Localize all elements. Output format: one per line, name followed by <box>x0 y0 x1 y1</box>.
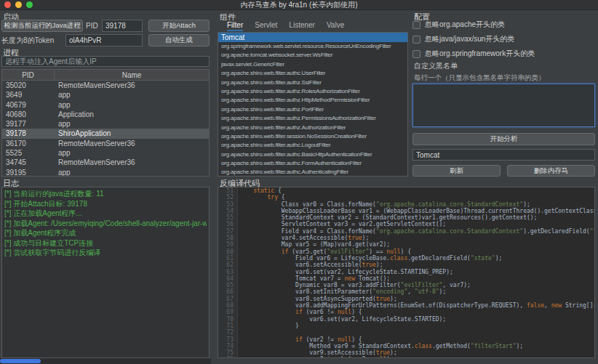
column-header-pid: PID <box>2 70 55 80</box>
line-number: 54 <box>218 208 237 214</box>
table-row[interactable]: 5525app <box>2 148 209 158</box>
table-cell-pid: 34745 <box>2 158 55 167</box>
table-cell-pid: 39177 <box>2 119 55 129</box>
log-horizontal-scrollbar[interactable] <box>0 358 211 364</box>
table-row[interactable]: 40679app <box>2 100 209 110</box>
code-line: 67 var8.setAsyncSupported(true); <box>218 296 594 302</box>
filter-list-item[interactable]: org.apache.shiro.web.filter.authz.SslFil… <box>218 78 407 87</box>
checkbox-row[interactable]: 忽略org.springframework开头的类 <box>412 49 595 58</box>
tab-servlet[interactable]: Servlet <box>255 21 277 31</box>
code-text: var6.set(var2, LifecycleState.STARTED); <box>237 316 446 323</box>
filter-list-item[interactable]: org.apache.shiro.web.filter.authc.UserFi… <box>218 69 407 78</box>
code-line: 57 Field var4 = Class.forName("org.apach… <box>218 228 594 235</box>
line-number: 55 <box>218 214 237 221</box>
checkbox[interactable] <box>412 50 420 58</box>
code-line: 64 Tomcat var7 = new Tomcat(); <box>218 275 594 282</box>
scrollbar-thumb[interactable] <box>0 359 41 363</box>
filter-list-item[interactable]: javax.servlet.GenericFilter <box>218 60 407 69</box>
line-number: 70 <box>218 316 237 323</box>
line-number: 51 <box>218 187 237 194</box>
table-row[interactable]: 35020RemoteMavenServer36 <box>2 81 209 90</box>
attach-button[interactable]: 开始Attach <box>148 20 210 32</box>
start-analysis-button[interactable]: 开始分析 <box>412 133 595 145</box>
filter-list-item[interactable]: org.apache.tomcat.websocket.server.WsFil… <box>218 51 407 60</box>
window-title: 内存马查杀 by 4ra1n (长亭内部使用) <box>0 0 598 10</box>
code-text: } <box>237 323 299 329</box>
table-cell-pid: 40680 <box>2 110 55 119</box>
table-row[interactable]: 40680Application <box>2 110 209 119</box>
titlebar: 内存马查杀 by 4ra1n (长亭内部使用) <box>0 0 598 10</box>
code-text: var6.set(var2, LifecycleState.STARTING_P… <box>237 269 453 275</box>
code-line: 73 if (var2 != null) { <box>218 336 594 343</box>
pid-label: PID <box>86 20 98 32</box>
filter-list-item[interactable]: org.apache.shiro.web.filter.authz.Permis… <box>218 114 407 123</box>
code-text: Map var5 = (Map)var4.get(var2); <box>237 241 390 248</box>
close-button[interactable] <box>4 1 11 8</box>
filter-list-item[interactable]: org.apache.shiro.web.filter.authz.HttpMe… <box>218 96 407 105</box>
table-cell-pid: 5525 <box>2 148 55 158</box>
filter-list-item[interactable]: org.apache.shiro.web.filter.authc.Authen… <box>218 168 407 177</box>
code-text: Method var9 = StandardContext.class.getM… <box>237 343 523 349</box>
line-number: 73 <box>218 336 237 343</box>
filter-list-item[interactable]: org.apache.shiro.web.filter.authc.BasicH… <box>218 150 407 159</box>
checkbox[interactable] <box>412 36 420 44</box>
detect-java-processes-button[interactable]: 检测当前运行的Java进程 <box>1 20 83 32</box>
filter-list-item[interactable]: org.apache.shiro.web.filter.authz.PortFi… <box>218 105 407 114</box>
log-line: [*] 加载Agent: /Users/emyiqing/Code/shell-… <box>4 219 207 229</box>
line-number: 59 <box>218 241 237 248</box>
traffic-lights <box>4 1 33 8</box>
code-text: static { <box>237 187 282 194</box>
table-row[interactable]: 39195app <box>2 168 209 177</box>
minimize-button[interactable] <box>15 1 22 8</box>
table-cell-name: app <box>55 119 209 129</box>
process-table: PID Name 35020RemoteMavenServer363649app… <box>1 69 210 177</box>
code-text: StandardContext var2 = (StandardContext)… <box>237 214 537 221</box>
line-number: 68 <box>218 302 237 309</box>
code-text: if (var6 != null) { <box>237 309 362 315</box>
refresh-button[interactable]: 刷新 <box>412 165 501 177</box>
code-text: Dynamic var8 = var3.addFilter("evilFilte… <box>237 282 471 288</box>
remote-ip-input[interactable] <box>1 56 210 67</box>
filter-list-item[interactable]: org.springframework.web.servlet.resource… <box>218 42 407 51</box>
table-row[interactable]: 39178ShiroApplication <box>2 129 209 138</box>
component-list: Tomcat org.springframework.web.servlet.r… <box>218 32 408 177</box>
line-number: 75 <box>218 349 237 356</box>
table-row[interactable]: 36170RemoteMavenServer36 <box>2 139 209 148</box>
code-text: var4.setAccessible(true); <box>237 235 369 241</box>
filter-list-item[interactable]: org.apache.shiro.web.filter.authz.RolesA… <box>218 87 407 96</box>
table-row[interactable]: 39177app <box>2 119 209 129</box>
context-input[interactable] <box>412 149 595 161</box>
component-tabs: FilterServletListenerValve <box>227 21 344 31</box>
checkbox[interactable] <box>412 21 420 29</box>
pid-input[interactable] <box>102 20 143 32</box>
code-text: Field var4 = Class.forName("org.apache.c… <box>237 228 594 235</box>
filter-list-item[interactable]: org.apache.shiro.web.filter.authz.Author… <box>218 124 407 132</box>
generate-token-button[interactable]: 自动生成 <box>148 34 210 46</box>
code-line: 51 static { <box>218 187 594 194</box>
tab-filter[interactable]: Filter <box>227 21 243 31</box>
tab-valve[interactable]: Valve <box>327 21 344 31</box>
token-input[interactable] <box>65 34 143 46</box>
filter-list-item[interactable]: org.apache.shiro.web.filter.session.NoSe… <box>218 132 407 141</box>
code-line: 55 StandardContext var2 = (StandardConte… <box>218 214 594 221</box>
table-cell-pid: 40679 <box>2 100 55 110</box>
filter-list-item[interactable]: org.apache.shiro.web.filter.authc.Logout… <box>218 141 407 150</box>
column-header-name: Name <box>55 70 209 80</box>
code-text: Class var0 = Class.forName("org.apache.c… <box>237 201 530 208</box>
filter-list-item[interactable]: org.apache.shiro.web.filter.authc.FormAu… <box>218 159 407 168</box>
line-number: 58 <box>218 235 237 241</box>
zoom-button[interactable] <box>26 1 33 8</box>
delete-memshell-button[interactable]: 删除内存马 <box>507 165 595 177</box>
code-text: Tomcat var7 = new Tomcat(); <box>237 275 390 282</box>
log-line: [*] 成功与目标建立TCP连接 <box>4 238 207 248</box>
context-item-tomcat[interactable]: Tomcat <box>218 33 407 42</box>
code-line: 75 var9.setAccessible(true); <box>218 349 594 356</box>
table-row[interactable]: 3649app <box>2 90 209 100</box>
table-row[interactable]: 34745RemoteMavenServer36 <box>2 158 209 167</box>
checkbox-row[interactable]: 忽略java/javax/sun开头的类 <box>412 35 595 44</box>
table-cell-pid: 39195 <box>2 168 55 177</box>
tab-listener[interactable]: Listener <box>289 21 315 31</box>
blacklist-textarea[interactable] <box>412 84 595 127</box>
checkbox-row[interactable]: 忽略org.apache开头的类 <box>412 20 595 29</box>
line-number: 62 <box>218 262 237 268</box>
